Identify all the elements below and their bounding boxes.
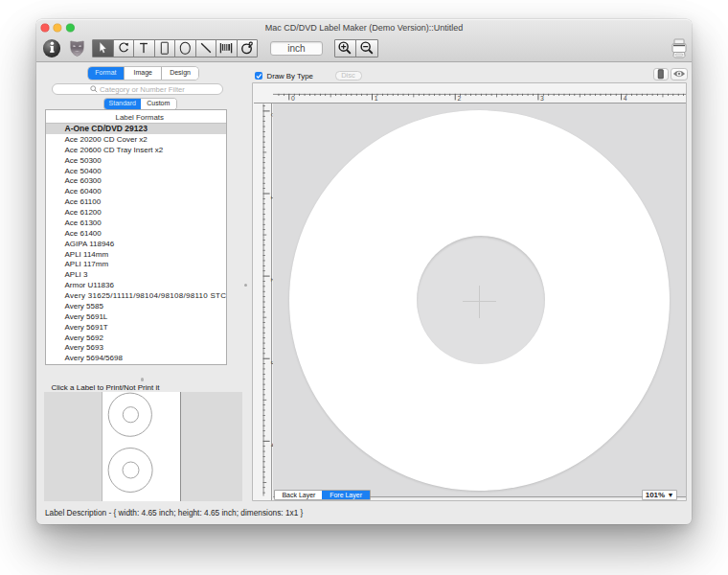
svg-text:1: 1 [375, 95, 378, 102]
svg-text:4: 4 [624, 95, 627, 102]
svg-text:3: 3 [540, 95, 544, 102]
svg-text:2: 2 [457, 95, 461, 102]
svg-text:0: 0 [291, 95, 295, 102]
